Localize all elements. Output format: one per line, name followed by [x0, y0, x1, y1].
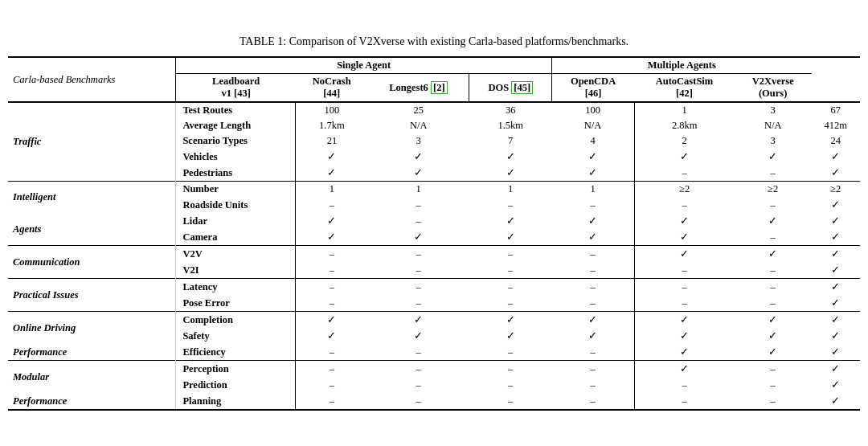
table-cell: –	[367, 197, 469, 213]
row-label: V2V	[176, 246, 296, 263]
table-cell: 67	[812, 102, 861, 118]
table-cell: N/A	[551, 118, 634, 133]
table-cell: –	[296, 295, 367, 312]
table-cell: –	[367, 377, 469, 393]
table-cell: –	[367, 344, 469, 361]
table-cell: ✓	[812, 149, 861, 165]
table-cell: –	[735, 393, 812, 410]
section-header-2: Agents	[8, 213, 176, 246]
table-cell: ✓	[367, 312, 469, 329]
section-header: Intelligent	[8, 182, 176, 214]
table-cell: 4	[551, 133, 634, 149]
table-cell: 412m	[812, 118, 861, 133]
table-cell: –	[296, 344, 367, 361]
row-label: Pose Error	[176, 295, 296, 312]
table-row: PerformancePlanning––––––✓	[8, 393, 860, 410]
table-cell: –	[551, 344, 634, 361]
table-cell: –	[551, 246, 634, 263]
table-row: IntelligentNumber1111≥2≥2≥2	[8, 182, 860, 198]
table-cell: ≥2	[812, 182, 861, 198]
table-cell: ✓	[551, 213, 634, 229]
table-cell: ✓	[551, 328, 634, 344]
table-cell: ✓	[634, 361, 735, 378]
header-row-1: Carla-based Benchmarks Single Agent Mult…	[8, 57, 860, 74]
row-label: Roadside Units	[176, 197, 296, 213]
table-cell: ✓	[812, 197, 861, 213]
table-cell: –	[551, 377, 634, 393]
benchmark-label: Carla-based Benchmarks	[8, 57, 176, 102]
table-cell: 1	[551, 182, 634, 198]
row-label: Latency	[176, 279, 296, 296]
table-cell: ✓	[296, 149, 367, 165]
table-cell: –	[367, 213, 469, 229]
table-cell: ✓	[812, 246, 861, 263]
table-cell: –	[469, 246, 551, 263]
table-cell: –	[551, 295, 634, 312]
table-cell: ✓	[812, 344, 861, 361]
table-cell: N/A	[367, 118, 469, 133]
row-label: Number	[176, 182, 296, 198]
table-cell: 1	[469, 182, 551, 198]
table-cell: ✓	[296, 229, 367, 246]
table-cell: –	[469, 279, 551, 296]
table-cell: ✓	[634, 328, 735, 344]
single-agent-header: Single Agent	[176, 57, 552, 74]
col-opencda: OpenCDA[46]	[551, 74, 634, 103]
table-cell: –	[634, 262, 735, 279]
table-cell: ≥2	[634, 182, 735, 198]
table-row: AgentsLidar✓–✓✓✓✓✓	[8, 213, 860, 229]
table-cell: –	[735, 262, 812, 279]
table-cell: 2	[634, 133, 735, 149]
table-cell: –	[735, 229, 812, 246]
row-label: Scenario Types	[176, 133, 296, 149]
table-cell: –	[367, 262, 469, 279]
table-cell: –	[634, 377, 735, 393]
table-cell: –	[296, 262, 367, 279]
table-cell: –	[296, 361, 367, 378]
table-cell: 1	[367, 182, 469, 198]
table-cell: ✓	[735, 149, 812, 165]
table-cell: –	[735, 377, 812, 393]
table-cell: ✓	[296, 328, 367, 344]
table-cell: –	[551, 262, 634, 279]
table-cell: ✓	[812, 279, 861, 296]
table-cell: –	[735, 295, 812, 312]
col-autocastsim: AutoCastSim[42]	[634, 74, 735, 103]
table-cell: ✓	[634, 246, 735, 263]
table-cell: –	[735, 279, 812, 296]
comparison-table: Carla-based Benchmarks Single Agent Mult…	[8, 56, 860, 411]
table-cell: ✓	[735, 246, 812, 263]
section-header: Communication	[8, 246, 176, 279]
table-cell: 100	[551, 102, 634, 118]
row-label: Vehicles	[176, 149, 296, 165]
table-cell: 24	[812, 133, 861, 149]
table-cell: 7	[469, 133, 551, 149]
table-cell: ✓	[634, 312, 735, 329]
table-cell: ≥2	[735, 182, 812, 198]
table-row: ModularPerception––––✓–✓	[8, 361, 860, 378]
table-cell: 3	[367, 133, 469, 149]
table-cell: ✓	[812, 295, 861, 312]
table-cell: –	[367, 246, 469, 263]
table-cell: –	[469, 361, 551, 378]
row-label: Efficiency	[176, 344, 296, 361]
table-cell: –	[296, 279, 367, 296]
multiple-agents-header: Multiple Agents	[551, 57, 811, 74]
table-title: TABLE 1: Comparison of V2Xverse with exi…	[8, 35, 860, 48]
row-label: V2I	[176, 262, 296, 279]
row-label: Prediction	[176, 377, 296, 393]
table-cell: ✓	[469, 328, 551, 344]
row-label: Test Routes	[176, 102, 296, 118]
table-cell: –	[469, 344, 551, 361]
col-v2xverse: V2Xverse(Ours)	[735, 74, 812, 103]
section-header: Practical Issues	[8, 279, 176, 312]
table-cell: ✓	[812, 229, 861, 246]
table-cell: ✓	[735, 312, 812, 329]
table-cell: –	[469, 197, 551, 213]
table-cell: ✓	[812, 328, 861, 344]
table-cell: ✓	[634, 344, 735, 361]
table-cell: 3	[735, 102, 812, 118]
col-longest6: Longest6 [2]	[367, 74, 469, 103]
table-cell: ✓	[367, 328, 469, 344]
table-cell: 25	[367, 102, 469, 118]
